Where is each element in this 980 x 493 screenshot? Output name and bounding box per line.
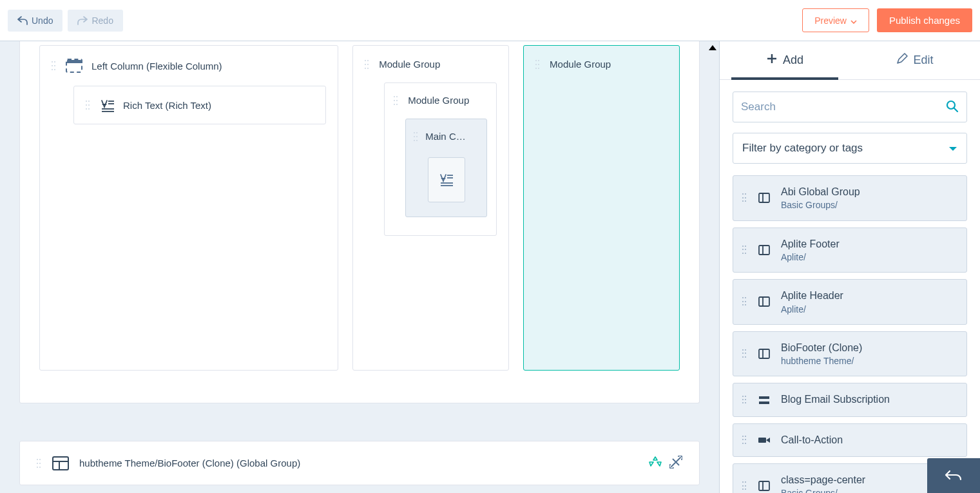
module-list: Abi Global GroupBasic Groups/Aplite Foot… — [733, 175, 967, 493]
module-item-subtitle: Basic Groups/ — [781, 199, 860, 211]
main-c-module[interactable]: Main C… — [405, 119, 487, 217]
toolbar-left: Undo Redo — [8, 10, 123, 32]
drag-handle-icon[interactable] — [742, 193, 747, 202]
right-column[interactable]: Module Group — [523, 45, 680, 371]
footer-global-group[interactable]: hubtheme Theme/BioFooter (Clone) (Global… — [19, 441, 700, 485]
layout-icon — [758, 193, 771, 203]
caret-down-icon — [948, 142, 957, 155]
section-gap — [22, 419, 697, 425]
undo-button[interactable]: Undo — [8, 10, 62, 32]
svg-rect-18 — [759, 246, 769, 255]
rich-text-placeholder[interactable] — [428, 157, 465, 202]
flexible-column-icon — [66, 59, 82, 73]
sidebar: Add Edit Filter by category or tags — [719, 41, 980, 493]
module-item-title: Abi Global Group — [781, 185, 860, 199]
plus-icon — [766, 53, 778, 68]
preview-button[interactable]: Preview — [802, 8, 869, 32]
middle-column-header: Module Group — [365, 59, 497, 70]
svg-rect-26 — [758, 438, 766, 443]
search-icon — [946, 100, 959, 115]
redo-label: Redo — [91, 15, 113, 26]
layout-icon — [758, 481, 771, 491]
drag-handle-icon[interactable] — [742, 436, 747, 445]
svg-rect-24 — [759, 396, 769, 399]
float-undo-button[interactable] — [927, 458, 980, 493]
layout-icon — [758, 296, 771, 307]
filter-label: Filter by category or tags — [742, 142, 863, 155]
rich-text-icon — [100, 99, 114, 111]
right-column-title: Module Group — [550, 59, 611, 70]
pencil-icon — [896, 53, 908, 68]
footer-title: hubtheme Theme/BioFooter (Clone) (Global… — [79, 458, 300, 469]
toolbar-right: Preview Publish changes — [802, 8, 972, 32]
tab-add[interactable]: Add — [720, 41, 850, 79]
drag-handle-icon[interactable] — [52, 61, 57, 70]
search-input[interactable] — [741, 101, 946, 113]
columns-row: Left Column (Flexible Column) — [19, 41, 700, 403]
drag-handle-icon[interactable] — [742, 349, 747, 358]
nested-module-group[interactable]: Module Group Main C… — [384, 82, 497, 236]
drag-handle-icon[interactable] — [535, 60, 541, 69]
redo-button[interactable]: Redo — [68, 10, 122, 32]
search-box[interactable] — [733, 92, 967, 122]
module-item[interactable]: Aplite FooterAplite/ — [733, 227, 967, 273]
svg-rect-22 — [759, 349, 769, 358]
middle-column-title: Module Group — [379, 59, 440, 70]
rich-text-module[interactable]: Rich Text (Rich Text) — [73, 86, 326, 124]
undo-icon — [17, 16, 28, 25]
svg-rect-27 — [759, 481, 769, 490]
layout-icon — [758, 349, 771, 359]
undo-icon — [945, 469, 963, 482]
drag-handle-icon[interactable] — [86, 101, 91, 110]
right-column-header: Module Group — [535, 59, 668, 70]
svg-rect-16 — [759, 193, 769, 202]
recycle-icon[interactable] — [649, 456, 662, 470]
svg-rect-20 — [759, 297, 769, 306]
module-item-title: Aplite Footer — [781, 237, 840, 251]
module-item-title: Blog Email Subscription — [781, 392, 890, 407]
publish-button[interactable]: Publish changes — [877, 8, 972, 32]
drag-handle-icon[interactable] — [365, 60, 370, 69]
left-column-header: Left Column (Flexible Column) — [52, 59, 326, 73]
left-column[interactable]: Left Column (Flexible Column) — [39, 45, 338, 371]
tab-add-label: Add — [783, 53, 803, 67]
main: Left Column (Flexible Column) — [0, 41, 980, 493]
drag-handle-icon[interactable] — [414, 132, 419, 141]
rich-text-label: Rich Text (Rich Text) — [123, 100, 211, 111]
middle-column[interactable]: Module Group Module Group Main C… — [352, 45, 509, 371]
svg-point-14 — [947, 101, 955, 109]
drag-handle-icon[interactable] — [37, 459, 42, 468]
scroll-up-icon[interactable] — [709, 45, 716, 50]
layout-icon — [52, 456, 69, 470]
tab-edit[interactable]: Edit — [850, 41, 980, 79]
module-item[interactable]: Blog Email Subscription — [733, 383, 967, 416]
preview-label: Preview — [814, 15, 847, 26]
cta-icon — [758, 436, 771, 445]
module-item-subtitle: hubtheme Theme/ — [781, 355, 862, 367]
redo-icon — [77, 16, 88, 25]
module-item[interactable]: Aplite HeaderAplite/ — [733, 279, 967, 325]
main-c-label: Main C… — [425, 131, 466, 142]
drag-handle-icon[interactable] — [742, 246, 747, 255]
canvas[interactable]: Left Column (Flexible Column) — [0, 41, 719, 493]
drag-handle-icon[interactable] — [394, 96, 399, 105]
drag-handle-icon[interactable] — [742, 481, 747, 490]
drag-handle-icon[interactable] — [742, 396, 747, 405]
module-item-title: BioFooter (Clone) — [781, 341, 862, 355]
left-column-title: Left Column (Flexible Column) — [91, 61, 222, 72]
module-item[interactable]: BioFooter (Clone)hubtheme Theme/ — [733, 331, 967, 377]
module-item-title: Aplite Header — [781, 289, 843, 303]
module-item[interactable]: Call-to-Action — [733, 423, 967, 457]
svg-rect-25 — [759, 401, 769, 404]
caret-down-icon — [850, 15, 857, 26]
module-item-subtitle: Aplite/ — [781, 304, 843, 315]
svg-rect-8 — [53, 457, 68, 470]
drag-handle-icon[interactable] — [742, 297, 747, 306]
tab-edit-label: Edit — [913, 53, 933, 67]
locked-tools-icon[interactable] — [669, 456, 682, 470]
filter-dropdown[interactable]: Filter by category or tags — [733, 133, 967, 164]
svg-line-15 — [954, 108, 957, 111]
module-item[interactable]: Abi Global GroupBasic Groups/ — [733, 175, 967, 221]
module-item-subtitle: Aplite/ — [781, 251, 840, 263]
sidebar-tabs: Add Edit — [720, 41, 980, 80]
